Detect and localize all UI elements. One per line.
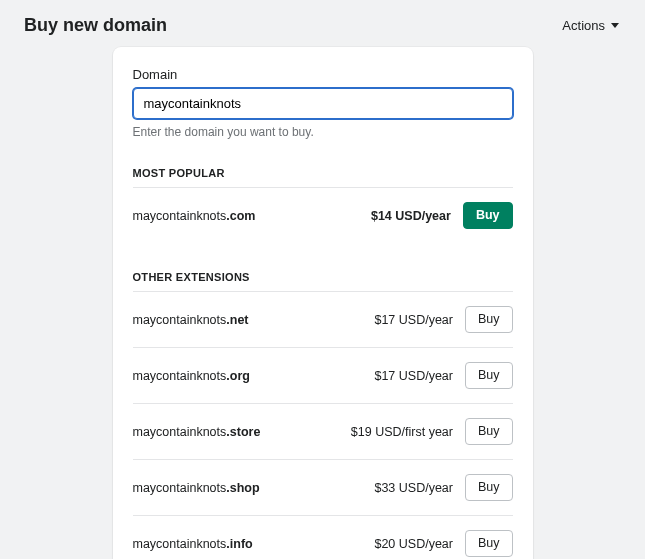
domain-price: $17 USD/year [374,369,453,383]
actions-label: Actions [562,18,605,33]
domain-search-input[interactable] [133,88,513,119]
domain-price: $33 USD/year [374,481,453,495]
caret-down-icon [611,23,619,28]
page-title: Buy new domain [24,15,167,36]
domain-row: maycontainknots.info $20 USD/year Buy [133,515,513,559]
domain-name: maycontainknots.store [133,425,339,439]
buy-button[interactable]: Buy [465,530,513,557]
domain-price: $19 USD/first year [351,425,453,439]
buy-button-featured[interactable]: Buy [463,202,513,229]
domain-row: maycontainknots.net $17 USD/year Buy [133,291,513,347]
buy-button[interactable]: Buy [465,306,513,333]
domain-name: maycontainknots.org [133,369,363,383]
domain-row-featured: maycontainknots.com $14 USD/year Buy [133,187,513,243]
domain-name: maycontainknots.info [133,537,363,551]
domain-search-card: Domain Enter the domain you want to buy.… [113,47,533,559]
domain-help-text: Enter the domain you want to buy. [133,125,513,139]
domain-row: maycontainknots.store $19 USD/first year… [133,403,513,459]
domain-name: maycontainknots.com [133,209,359,223]
buy-button[interactable]: Buy [465,362,513,389]
domain-row: maycontainknots.org $17 USD/year Buy [133,347,513,403]
most-popular-heading: MOST POPULAR [133,167,513,179]
domain-price: $17 USD/year [374,313,453,327]
domain-field-label: Domain [133,67,513,82]
domain-price: $20 USD/year [374,537,453,551]
domain-price: $14 USD/year [371,209,451,223]
domain-row: maycontainknots.shop $33 USD/year Buy [133,459,513,515]
other-extensions-heading: OTHER EXTENSIONS [133,271,513,283]
actions-button[interactable]: Actions [560,14,621,37]
buy-button[interactable]: Buy [465,418,513,445]
domain-name: maycontainknots.net [133,313,363,327]
domain-name: maycontainknots.shop [133,481,363,495]
buy-button[interactable]: Buy [465,474,513,501]
